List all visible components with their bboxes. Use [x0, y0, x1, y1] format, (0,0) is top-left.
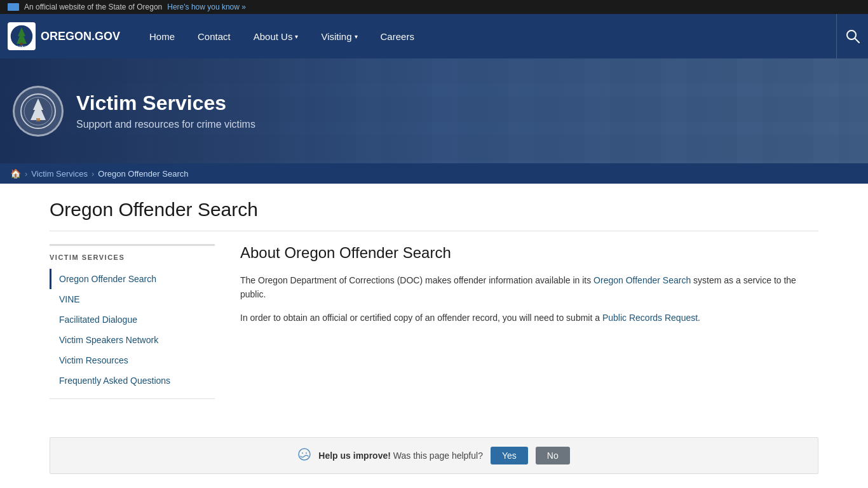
nav-home[interactable]: Home: [139, 26, 185, 47]
sidebar: VICTIM SERVICES Oregon Offender Search V…: [50, 244, 215, 399]
nav-links: Home Contact About Us ▾ Visiting ▾ Caree…: [139, 26, 860, 47]
about-us-arrow-icon: ▾: [295, 33, 298, 40]
official-text: An official website of the State of Oreg…: [24, 3, 162, 11]
paragraph-1: The Oregon Department of Corrections (DO…: [240, 273, 818, 302]
nav-contact[interactable]: Contact: [187, 26, 241, 47]
logo-text: OREGON.GOV: [41, 30, 120, 43]
how-to-know-link[interactable]: Here's how you know »: [167, 3, 246, 11]
feedback-bold: Help us improve!: [318, 451, 391, 461]
oregon-logo: OREGON.GOV: [8, 22, 36, 50]
breadcrumb-current: Oregon Offender Search: [98, 169, 188, 179]
svg-rect-2: [20, 43, 23, 45]
para2-end: .: [698, 313, 700, 323]
sidebar-item-victim-resources: Victim Resources: [50, 350, 215, 370]
feedback-text: Help us improve! Was this page helpful?: [318, 451, 483, 461]
hero-subtitle: Support and resources for crime victims: [76, 119, 255, 130]
sidebar-bottom-divider: [50, 398, 215, 399]
svg-point-11: [302, 452, 303, 454]
sidebar-link-victim-speakers-network[interactable]: Victim Speakers Network: [50, 330, 215, 350]
two-col-layout: VICTIM SERVICES Oregon Offender Search V…: [50, 244, 818, 399]
svg-point-10: [299, 449, 310, 460]
page-title: Oregon Offender Search: [50, 199, 818, 231]
breadcrumb-parent[interactable]: Victim Services: [31, 169, 88, 179]
hero-section: Victim Services Support and resources fo…: [0, 58, 868, 163]
feedback-yes-button[interactable]: Yes: [491, 447, 528, 464]
svg-point-12: [306, 452, 307, 454]
breadcrumb-home-icon[interactable]: 🏠: [10, 168, 21, 179]
main-heading: About Oregon Offender Search: [240, 244, 818, 262]
sidebar-top-divider: [50, 244, 215, 246]
svg-rect-9: [36, 118, 40, 121]
svg-text:OREGON.GOV: OREGON.GOV: [14, 46, 30, 48]
top-bar: An official website of the State of Oreg…: [0, 0, 868, 14]
search-button[interactable]: [836, 14, 868, 58]
sidebar-item-victim-speakers-network: Victim Speakers Network: [50, 330, 215, 350]
breadcrumb-sep-2: ›: [92, 169, 94, 179]
svg-line-5: [855, 38, 859, 43]
offender-search-link[interactable]: Oregon Offender Search: [593, 275, 691, 285]
sidebar-item-faq: Frequently Asked Questions: [50, 370, 215, 391]
svg-marker-8: [31, 98, 46, 120]
sidebar-item-vine: VINE: [50, 289, 215, 309]
nav-visiting[interactable]: Visiting ▾: [311, 26, 367, 47]
breadcrumb-sep-1: ›: [25, 169, 27, 179]
main-nav: OREGON.GOV OREGON.GOV Home Contact About…: [0, 14, 868, 58]
hero-badge: [13, 86, 64, 137]
sidebar-link-vine[interactable]: VINE: [50, 289, 215, 309]
sidebar-link-offender-search[interactable]: Oregon Offender Search: [50, 269, 215, 289]
page-title-area: Oregon Offender Search: [50, 199, 818, 231]
para2-start: In order to obtain an official or certif…: [240, 313, 602, 323]
sidebar-link-victim-resources[interactable]: Victim Resources: [50, 350, 215, 370]
feedback-prompt: Was this page helpful?: [391, 451, 483, 461]
content-area: Oregon Offender Search VICTIM SERVICES O…: [37, 184, 831, 488]
para1-start: The Oregon Department of Corrections (DO…: [240, 275, 593, 285]
state-flag-icon: [8, 3, 19, 11]
feedback-icon: [298, 448, 311, 464]
sidebar-link-faq[interactable]: Frequently Asked Questions: [50, 370, 215, 391]
feedback-no-button[interactable]: No: [536, 447, 570, 464]
main-content: About Oregon Offender Search The Oregon …: [240, 244, 818, 334]
visiting-arrow-icon: ▾: [355, 33, 358, 40]
breadcrumb: 🏠 › Victim Services › Oregon Offender Se…: [0, 163, 868, 184]
feedback-bar: Help us improve! Was this page helpful? …: [50, 437, 818, 474]
nav-about-us[interactable]: About Us ▾: [243, 26, 309, 47]
paragraph-2: In order to obtain an official or certif…: [240, 311, 818, 325]
sidebar-item-offender-search: Oregon Offender Search: [50, 269, 215, 289]
sidebar-menu: Oregon Offender Search VINE Facilitated …: [50, 269, 215, 391]
hero-title: Victim Services: [76, 92, 255, 115]
logo-area[interactable]: OREGON.GOV OREGON.GOV: [8, 22, 120, 50]
public-records-link[interactable]: Public Records Request: [602, 313, 698, 323]
sidebar-item-facilitated-dialogue: Facilitated Dialogue: [50, 309, 215, 330]
hero-text: Victim Services Support and resources fo…: [76, 92, 255, 130]
nav-careers[interactable]: Careers: [370, 26, 424, 47]
sidebar-heading: VICTIM SERVICES: [50, 254, 215, 261]
sidebar-link-facilitated-dialogue[interactable]: Facilitated Dialogue: [50, 309, 215, 330]
